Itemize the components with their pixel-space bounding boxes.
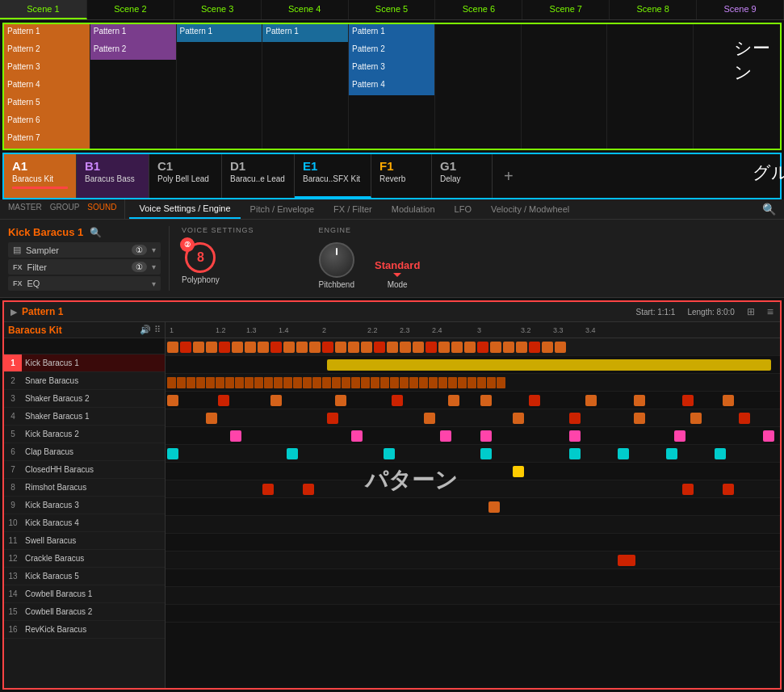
- pattern-cell-empty[interactable]: [90, 78, 176, 95]
- pattern-cell-empty[interactable]: [262, 113, 348, 131]
- search-icon[interactable]: 🔍: [762, 203, 776, 216]
- pattern-cell[interactable]: Pattern 2: [90, 42, 176, 60]
- add-group-button[interactable]: +: [493, 154, 525, 198]
- pattern-cell-empty[interactable]: [349, 131, 434, 149]
- track-row[interactable]: 2 Snare Baracus: [4, 372, 165, 390]
- pattern-cell-empty[interactable]: [90, 113, 176, 131]
- group-tab-f1[interactable]: F1 Reverb: [371, 154, 432, 198]
- group-tab-e1[interactable]: E1 Baracu..SFX Kit: [295, 154, 371, 198]
- beat-row-10[interactable]: [166, 498, 780, 516]
- pattern-grid-icon[interactable]: ⊞: [747, 306, 755, 317]
- pattern-cell[interactable]: Pattern 3: [4, 60, 90, 78]
- pattern-cell-empty[interactable]: [90, 95, 176, 113]
- track-row[interactable]: 10 Kick Baracus 4: [4, 514, 165, 532]
- voice-tab-mod[interactable]: Modulation: [382, 200, 445, 218]
- pattern-cell[interactable]: Pattern 4: [4, 78, 90, 95]
- voice-tab-engine[interactable]: Voice Settings / Engine: [129, 199, 240, 219]
- voice-tab-pitch[interactable]: Pitch / Envelope: [241, 200, 325, 218]
- pattern-cell[interactable]: Pattern 3: [349, 60, 434, 78]
- pattern-cell-empty[interactable]: [90, 131, 176, 149]
- pattern-cell-empty[interactable]: [349, 113, 434, 131]
- voice-tab-fx[interactable]: FX / Filter: [324, 200, 382, 218]
- track-row[interactable]: 7 ClosedHH Baracus: [4, 461, 165, 479]
- pattern-cell-empty[interactable]: [177, 78, 262, 95]
- track-row[interactable]: 12 Crackle Baracus: [4, 550, 165, 568]
- scene-tab-9[interactable]: Scene 9: [697, 0, 784, 19]
- scene-tab-4[interactable]: Scene 4: [262, 0, 349, 19]
- scene-tab-5[interactable]: Scene 5: [349, 0, 436, 19]
- track-row[interactable]: 6 Clap Baracus: [4, 443, 165, 461]
- pattern-cell-empty[interactable]: [262, 131, 348, 149]
- group-tab-c1[interactable]: C1 Poly Bell Lead: [149, 154, 222, 198]
- beat-row-4[interactable]: [166, 392, 780, 409]
- track-row[interactable]: 5 Kick Baracus 2: [4, 426, 165, 443]
- voice-tab-vel[interactable]: Velocity / Modwheel: [481, 200, 579, 218]
- pattern-cell[interactable]: Pattern 5: [4, 95, 90, 113]
- group-tab-label[interactable]: GROUP: [50, 203, 80, 216]
- pattern-cell-empty[interactable]: [90, 60, 176, 78]
- pattern-more-icon[interactable]: ≡: [767, 305, 774, 318]
- play-icon[interactable]: ▶: [10, 307, 17, 317]
- pattern-cell[interactable]: Pattern 1: [90, 24, 176, 42]
- search-sound-icon[interactable]: 🔍: [90, 227, 102, 238]
- track-row[interactable]: 14 Cowbell Baracus 1: [4, 585, 165, 603]
- group-tab-a1[interactable]: A1 Baracus Kit: [4, 154, 77, 198]
- pitchbend-control[interactable]: Pitchbend: [319, 242, 354, 289]
- track-row[interactable]: 13 Kick Baracus 5: [4, 568, 165, 585]
- beat-row-7[interactable]: [166, 445, 780, 463]
- pattern-cell-empty[interactable]: [262, 42, 348, 60]
- master-tab[interactable]: MASTER: [8, 203, 42, 216]
- beat-row-12[interactable]: [166, 534, 780, 552]
- sampler-dropdown[interactable]: ▾: [152, 245, 156, 254]
- mode-control[interactable]: Standard Mode: [375, 259, 420, 289]
- piano-roll[interactable]: 1 1.2 1.3 1.4 2 2.2 2.3 2.4 3 3.2 3.3 3.…: [166, 322, 780, 688]
- track-row[interactable]: 8 Rimshot Baracus: [4, 479, 165, 497]
- track-row[interactable]: 3 Shaker Baracus 2: [4, 390, 165, 408]
- pattern-cell[interactable]: Pattern 7: [4, 131, 90, 149]
- filter-dropdown[interactable]: ▾: [152, 262, 156, 271]
- pattern-cell[interactable]: Pattern 6: [4, 113, 90, 131]
- pattern-cell[interactable]: Pattern 1: [349, 24, 434, 42]
- beat-row-15[interactable]: [166, 587, 780, 605]
- scene-tab-1[interactable]: Scene 1: [0, 0, 87, 19]
- pattern-cell-empty[interactable]: [177, 42, 262, 60]
- pattern-cell-empty[interactable]: [262, 60, 348, 78]
- pattern-cell-empty[interactable]: [177, 113, 262, 131]
- pattern-cell[interactable]: Pattern 1: [262, 24, 348, 42]
- beat-row-8[interactable]: [166, 463, 780, 480]
- beat-row-2[interactable]: [166, 356, 780, 374]
- voice-tab-lfo[interactable]: LFO: [445, 200, 481, 218]
- scene-tab-2[interactable]: Scene 2: [87, 0, 174, 19]
- pattern-cell-empty[interactable]: [177, 131, 262, 149]
- beat-row-11[interactable]: [166, 516, 780, 534]
- track-row[interactable]: 15 Cowbell Baracus 2: [4, 603, 165, 621]
- group-tab-d1[interactable]: D1 Baracu..e Lead: [222, 154, 295, 198]
- scene-tab-7[interactable]: Scene 7: [522, 0, 610, 19]
- pattern-cell-empty[interactable]: [262, 95, 348, 113]
- eq-dropdown[interactable]: ▾: [152, 279, 156, 288]
- group-tab-g1[interactable]: G1 Delay: [432, 154, 493, 198]
- beat-row-9[interactable]: [166, 480, 780, 498]
- pattern-cell-empty[interactable]: [177, 95, 262, 113]
- track-row[interactable]: 16 RevKick Baracus: [4, 621, 165, 639]
- pattern-cell[interactable]: Pattern 1: [4, 24, 90, 42]
- track-row[interactable]: 9 Kick Baracus 3: [4, 497, 165, 514]
- pattern-cell-empty[interactable]: [262, 78, 348, 95]
- beat-row-3[interactable]: [166, 374, 780, 392]
- beat-row-14[interactable]: [166, 569, 780, 587]
- volume-icon[interactable]: 🔊: [140, 325, 151, 335]
- scene-tab-8[interactable]: Scene 8: [610, 0, 697, 19]
- pattern-cell-empty[interactable]: [177, 60, 262, 78]
- track-row[interactable]: 4 Shaker Baracus 1: [4, 408, 165, 426]
- polyphony-control[interactable]: ② 8 Polyphony: [182, 242, 220, 284]
- track-row[interactable]: 11 Swell Baracus: [4, 532, 165, 550]
- scene-tab-3[interactable]: Scene 3: [174, 0, 262, 19]
- track-row[interactable]: 1 Kick Baracus 1: [4, 354, 165, 372]
- pattern-cell-empty[interactable]: [349, 95, 434, 113]
- scene-tab-6[interactable]: Scene 6: [435, 0, 522, 19]
- beat-row-5[interactable]: [166, 409, 780, 427]
- pattern-cell[interactable]: Pattern 2: [349, 42, 434, 60]
- pattern-cell[interactable]: Pattern 1: [177, 24, 262, 42]
- beat-row-13[interactable]: [166, 552, 780, 569]
- grid-icon[interactable]: ⠿: [154, 325, 161, 335]
